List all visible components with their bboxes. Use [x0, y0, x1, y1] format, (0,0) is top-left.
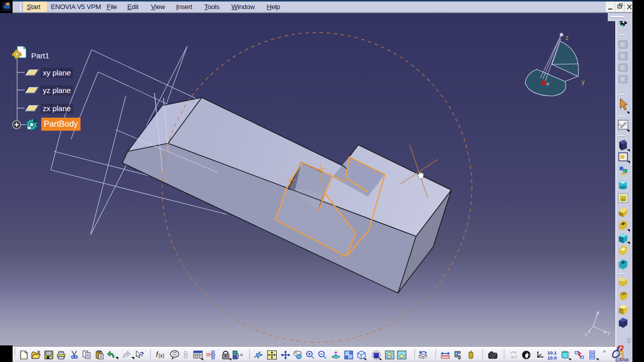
- svg-text:(x): (x): [158, 353, 165, 358]
- svg-text:z: z: [596, 310, 599, 316]
- svg-text:z: z: [566, 34, 569, 41]
- svg-text:}: }: [237, 351, 239, 359]
- svg-text:CATIA: CATIA: [615, 357, 629, 362]
- svg-text:10.0: 10.0: [547, 355, 557, 360]
- svg-text:=: =: [240, 352, 243, 358]
- svg-text:x: x: [546, 80, 549, 86]
- svg-text:?: ?: [140, 350, 144, 358]
- svg-text:y: y: [582, 78, 585, 85]
- svg-text:»: »: [603, 348, 606, 354]
- svg-text:y: y: [607, 329, 610, 335]
- svg-text:x: x: [585, 331, 588, 337]
